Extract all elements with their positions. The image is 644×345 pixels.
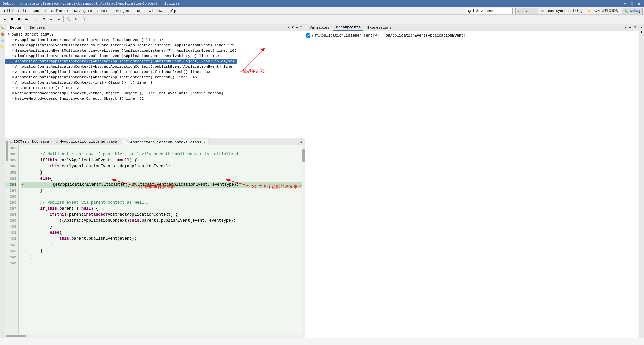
linenum-394: 394 bbox=[5, 188, 16, 194]
menu-project[interactable]: Project bbox=[113, 8, 134, 14]
code-line-401: else { bbox=[21, 230, 302, 236]
panel-ctrl-1[interactable]: ⚡ bbox=[287, 26, 290, 30]
debug-perspective[interactable]: 🐛 Debug bbox=[622, 8, 643, 14]
stack-icon-7: ≡ bbox=[12, 70, 14, 74]
stack-frame-3[interactable]: ≡ SimpleApplicationEventMulticaster.invo… bbox=[5, 48, 237, 53]
code-line-396: // Publish event via parent context as w… bbox=[21, 200, 302, 206]
code-scrollbar[interactable] bbox=[302, 145, 305, 334]
toolbar-btn-8[interactable]: ↪ bbox=[55, 16, 62, 23]
quick-access-input[interactable]: Quick Access bbox=[466, 8, 513, 14]
sidebar-icon-4[interactable]: 📁 bbox=[0, 45, 5, 50]
java-ee-perspective[interactable]: ☕ Java EE bbox=[515, 8, 538, 14]
toolbar-btn-3[interactable]: ⏹ bbox=[16, 16, 23, 23]
left-sidebar: 🐛 📦 🔧 📁 bbox=[0, 24, 5, 338]
minimize-button[interactable]: − bbox=[623, 2, 628, 6]
stack-frame-11[interactable]: ≡ NativeMethodAccessorImpl.invoke0(Metho… bbox=[5, 91, 237, 96]
toolbar-btn-7[interactable]: ↩ bbox=[48, 16, 55, 23]
code-line-402: this.parent.publishEvent(event); bbox=[21, 236, 302, 242]
toolbar-btn-6[interactable]: ↯ bbox=[41, 16, 47, 23]
menu-run[interactable]: Run bbox=[134, 8, 146, 14]
stack-frame-2[interactable]: ≡ SimpleApplicationEventMulticaster.doIn… bbox=[5, 43, 237, 48]
linenum-391: 391 bbox=[5, 169, 16, 176]
toolbar-btn-11[interactable]: 📋 bbox=[80, 16, 87, 23]
tab-ioctest[interactable]: ☕ IOCTest_Ext.java bbox=[7, 139, 52, 145]
window-controls[interactable]: − □ ✕ bbox=[623, 2, 641, 6]
right-sidebar-icon-1[interactable]: ▲ bbox=[640, 25, 643, 30]
stack-text-9: AnnotationConfigApplicationContext.<init… bbox=[15, 81, 155, 85]
separator-1 bbox=[32, 16, 32, 22]
debug-panel-header: Debug Servers ⚡ ▼ — □ bbox=[5, 24, 305, 31]
sidebar-icon-3[interactable]: 🔧 bbox=[0, 38, 5, 43]
menu-source[interactable]: Source bbox=[30, 8, 49, 14]
servers-tab[interactable]: Servers bbox=[27, 25, 48, 30]
menu-refactor[interactable]: Refactor bbox=[48, 8, 71, 14]
right-maximize-btn[interactable]: □ bbox=[633, 26, 637, 30]
menu-window[interactable]: Window bbox=[146, 8, 165, 14]
toolbar-btn-4[interactable]: ⏭ bbox=[23, 16, 30, 23]
breakpoint-icon-0: ◆ bbox=[312, 33, 314, 38]
stack-text-1: MyApplicationListener.onApplicationEvent… bbox=[15, 38, 163, 42]
menu-edit[interactable]: Edit bbox=[15, 8, 30, 14]
debug-tab[interactable]: Debug bbox=[7, 25, 24, 30]
tab-mylistener-icon: ☕ bbox=[56, 140, 58, 144]
sidebar-icon-2[interactable]: 📦 bbox=[0, 32, 5, 37]
menu-file[interactable]: File bbox=[1, 8, 15, 14]
right-minimize-btn[interactable]: — bbox=[628, 26, 632, 30]
menu-help[interactable]: Help bbox=[165, 8, 179, 14]
bottom-scrollbar[interactable] bbox=[5, 334, 305, 338]
stack-frame-0[interactable]: ➤ owns: Object (id=37) bbox=[5, 31, 237, 37]
code-line-399: ((AbstractApplicationContext) this.paren… bbox=[21, 218, 302, 224]
code-maximize-btn[interactable]: □ bbox=[299, 140, 303, 144]
tab-mylistener[interactable]: ☕ MyApplicationListener.java bbox=[53, 139, 120, 145]
linenum-400: 400 bbox=[5, 224, 16, 230]
tab-variables[interactable]: Variables bbox=[307, 25, 332, 30]
right-sidebar-icon-2[interactable]: ▼ bbox=[640, 30, 643, 35]
stack-frame-4[interactable]: ≡ SimpleApplicationEventMulticaster.mult… bbox=[5, 53, 237, 59]
tab-breakpoints[interactable]: Breakpoints bbox=[333, 25, 363, 31]
stack-frame-10[interactable]: ≡ IOCTest_Ext.test01() line: 13 bbox=[5, 85, 237, 91]
maximize-button[interactable]: □ bbox=[630, 2, 635, 6]
team-sync-perspective[interactable]: ⟳ Team Synchronizing bbox=[539, 8, 584, 14]
tab-expressions[interactable]: Expressions bbox=[365, 25, 394, 30]
breakpoint-checkbox-0[interactable] bbox=[306, 33, 310, 38]
svn-perspective[interactable]: 📁 SVN 资源库研究 bbox=[586, 8, 621, 14]
code-panel-header: ☕ IOCTest_Ext.java ☕ MyApplicationListen… bbox=[5, 138, 305, 145]
linenum-393: 393 bbox=[5, 182, 16, 188]
toolbar-btn-2[interactable]: ⏸ bbox=[9, 16, 15, 23]
window-title: Debug - org.springframework.context.supp… bbox=[3, 2, 180, 6]
toolbar-btn-9[interactable]: 🔍 bbox=[65, 16, 72, 23]
title-bar: Debug - org.springframework.context.supp… bbox=[0, 0, 644, 7]
breakpoint-item-0[interactable]: ◆ MyApplicationListener [entry] - onAppl… bbox=[306, 33, 637, 38]
stack-list[interactable]: ➤ owns: Object (id=37) ≡ MyApplicationLi… bbox=[5, 31, 237, 138]
code-line-397: if (this.parent != null) { bbox=[21, 206, 302, 212]
tab-abstract[interactable]: 📄 AbstractApplicationContext.class ✕ bbox=[122, 139, 209, 145]
linenum-395: 395 bbox=[5, 194, 16, 200]
stack-frame-9[interactable]: ≡ AnnotationConfigApplicationContext.<in… bbox=[5, 80, 237, 85]
stack-frame-8[interactable]: ≡ AnnotationConfigApplicationContext(Abs… bbox=[5, 75, 237, 80]
stack-icon-4: ≡ bbox=[12, 54, 14, 58]
linenum-396: 396 bbox=[5, 200, 16, 206]
stack-frame-6[interactable]: ≡ AnnotationConfigApplicationContext(Abs… bbox=[5, 64, 237, 69]
menu-navigate[interactable]: Navigate bbox=[71, 8, 95, 14]
toolbar-btn-1[interactable]: ▶ bbox=[1, 16, 8, 23]
stack-frame-12[interactable]: ≡ NativeMethodAccessorImpl.invoke(Object… bbox=[5, 96, 237, 101]
stack-text-12: NativeMethodAccessorImpl.invoke(Object, … bbox=[15, 97, 144, 101]
toolbar-btn-5[interactable]: ↷ bbox=[33, 16, 40, 23]
sidebar-icon-1[interactable]: 🐛 bbox=[0, 25, 5, 30]
menu-search[interactable]: Search bbox=[95, 8, 113, 14]
code-minimize-btn[interactable]: — bbox=[294, 140, 298, 144]
panel-ctrl-maximize[interactable]: □ bbox=[299, 26, 303, 30]
stack-frame-1[interactable]: ≡ MyApplicationListener.onApplicationEve… bbox=[5, 37, 237, 43]
stack-icon-10: ≡ bbox=[12, 86, 14, 90]
stack-text-3: SimpleApplicationEventMulticaster.invoke… bbox=[15, 49, 236, 53]
stack-icon-3: ≡ bbox=[12, 49, 14, 52]
stack-frame-5[interactable]: ≡ AnnotationConfigApplicationContext(Abs… bbox=[5, 59, 237, 64]
code-panel: ☕ IOCTest_Ext.java ☕ MyApplicationListen… bbox=[5, 138, 305, 338]
close-button[interactable]: ✕ bbox=[636, 2, 641, 6]
right-remove-btn[interactable]: ✕ bbox=[623, 26, 627, 30]
code-line-391: } bbox=[21, 169, 302, 176]
panel-ctrl-minimize[interactable]: — bbox=[295, 26, 299, 30]
panel-ctrl-2[interactable]: ▼ bbox=[291, 26, 294, 30]
stack-frame-7[interactable]: ≡ AnnotationConfigApplicationContext(Abs… bbox=[5, 69, 237, 75]
toolbar-btn-10[interactable]: ⚙ bbox=[72, 16, 79, 23]
